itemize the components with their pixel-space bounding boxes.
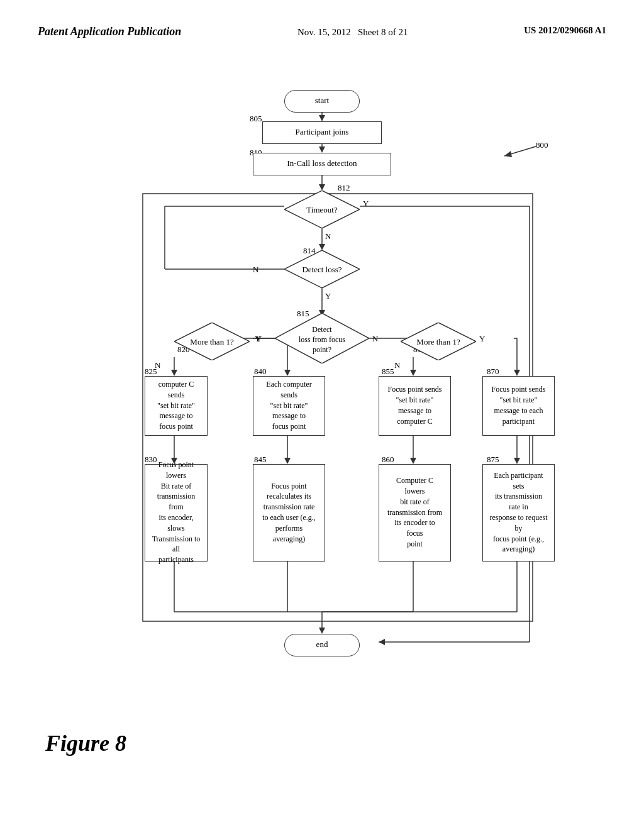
svg-text:point?: point? <box>313 345 331 354</box>
svg-text:More than 1?: More than 1? <box>190 337 234 346</box>
detect-loss-diamond: Detect loss? <box>284 250 360 288</box>
end-node: end <box>284 634 360 656</box>
box870-node: Focus point sends "set bit rate" message… <box>482 376 555 436</box>
ref-870: 870 <box>487 367 499 377</box>
more1-right-n-label: N <box>394 360 400 370</box>
figure-label: Figure 8 <box>45 730 126 756</box>
box875-node: Each participant sets its transmission r… <box>482 464 555 562</box>
ref-800-arrow <box>498 134 548 159</box>
box860-node: Computer C lowers bit rate of transmissi… <box>379 464 451 562</box>
start-node: start <box>284 90 360 113</box>
publication-title: Patent Application Publication <box>38 25 181 38</box>
svg-text:Detect: Detect <box>312 325 332 334</box>
box840-node: Each computer sends "set bit rate" messa… <box>253 376 325 436</box>
svg-text:Timeout?: Timeout? <box>306 205 338 214</box>
ref-825: 825 <box>145 367 157 377</box>
svg-marker-5 <box>319 184 325 191</box>
svg-marker-8 <box>319 244 325 250</box>
box845-node: Focus point recalculates its transmissio… <box>253 464 325 562</box>
in-call-loss-node: In-Call loss detection <box>253 153 391 175</box>
svg-marker-22 <box>284 370 291 376</box>
box825-node: computer C sends "set bit rate" message … <box>145 376 208 436</box>
svg-marker-46 <box>379 636 530 642</box>
ref-845: 845 <box>254 455 267 465</box>
svg-marker-51 <box>504 151 512 157</box>
ref-805: 805 <box>250 114 262 124</box>
timeout-y-label: Y <box>363 199 369 209</box>
detect-loss-n-label: N <box>253 265 258 275</box>
svg-marker-19 <box>171 370 177 376</box>
svg-marker-3 <box>319 147 325 153</box>
svg-marker-33 <box>410 458 416 464</box>
svg-marker-24 <box>410 370 416 376</box>
detect-focus-n-label: N <box>372 334 378 344</box>
timeout-n-label: N <box>325 231 331 241</box>
flowchart-diagram: start 800 805 Participant joins 810 In-C… <box>39 71 605 763</box>
timeout-diamond: Timeout? <box>284 191 360 228</box>
svg-text:Detect loss?: Detect loss? <box>302 265 341 274</box>
detect-from-focus-diamond: Detect loss from focus point? <box>275 313 369 363</box>
participant-joins-node: Participant joins <box>262 121 382 144</box>
svg-marker-27 <box>514 370 520 376</box>
svg-marker-48 <box>379 639 385 645</box>
detect-loss-y-label: Y <box>325 291 331 301</box>
publication-date-sheet: Nov. 15, 2012 Sheet 8 of 21 <box>297 25 408 40</box>
svg-marker-1 <box>319 115 325 121</box>
more-than-1-left-diamond: More than 1? <box>174 323 250 360</box>
ref-875: 875 <box>487 455 499 465</box>
svg-marker-35 <box>514 458 520 464</box>
ref-855: 855 <box>382 367 394 377</box>
svg-text:loss from focus: loss from focus <box>299 335 345 344</box>
ref-860: 860 <box>382 455 394 465</box>
ref-840: 840 <box>254 367 267 377</box>
more1-right-y-label: Y <box>479 334 485 344</box>
svg-marker-44 <box>319 628 325 634</box>
box830-node: Focus point lowers Bit rate of transmiss… <box>145 464 208 562</box>
publication-number: US 2012/0290668 A1 <box>524 25 606 36</box>
more-than-1-right-diamond: More than 1? <box>401 323 476 360</box>
box855-node: Focus point sends "set bit rate" message… <box>379 376 451 436</box>
svg-text:More than 1?: More than 1? <box>416 337 460 346</box>
page-header: Patent Application Publication Nov. 15, … <box>0 0 644 52</box>
svg-marker-31 <box>284 458 291 464</box>
more1-left-y-label: Y <box>255 334 260 344</box>
